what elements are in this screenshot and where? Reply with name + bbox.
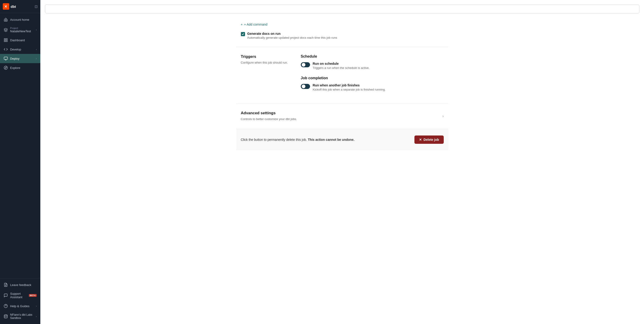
database-icon <box>4 314 8 318</box>
sidebar-item-develop[interactable]: Develop › <box>0 45 40 54</box>
run-on-schedule-row: Run on schedule Triggers a run when the … <box>301 62 444 70</box>
svg-marker-2 <box>4 28 8 30</box>
commands-section: + + Add command Generate docs on run Aut… <box>236 13 448 47</box>
advanced-settings-section: Advanced settings Controls to better cus… <box>236 104 448 129</box>
triggers-description: Configure when this job should run. <box>241 60 292 65</box>
svg-marker-11 <box>5 67 6 68</box>
project-name: NatalieNewTest <box>10 30 34 33</box>
chevron-right-icon: › <box>442 114 444 118</box>
toggle-track <box>301 62 310 67</box>
top-input-bar <box>40 0 644 13</box>
beta-badge: BETA <box>29 294 37 297</box>
help-circle-icon <box>4 304 8 308</box>
delete-job-button[interactable]: ✕ Delete job <box>414 136 444 144</box>
svg-point-14 <box>4 304 8 308</box>
home-icon <box>4 18 8 22</box>
run-when-job-finishes-text: Run when another job finishes Kickoff th… <box>313 84 386 91</box>
generate-docs-label: Generate docs on run <box>247 32 337 36</box>
triggers-content: Schedule Run on schedule Triggers a run … <box>301 54 444 96</box>
command-input[interactable] <box>45 4 640 13</box>
toggle-thumb <box>302 63 306 66</box>
layers-icon <box>4 28 8 32</box>
run-on-schedule-toggle[interactable] <box>301 62 310 67</box>
sidebar-item-nfiann-sandbox[interactable]: NFiann's dbt Labs Sandbox › <box>0 311 40 322</box>
dbt-logo-icon: ✕ <box>3 3 9 10</box>
advanced-settings-text: Advanced settings Controls to better cus… <box>241 111 297 122</box>
message-icon <box>4 293 8 298</box>
sidebar-item-dashboard[interactable]: Dashboard <box>0 36 40 45</box>
delete-section: Click the button to permanently delete t… <box>236 129 448 150</box>
sidebar-item-deploy[interactable]: Deploy › <box>0 54 40 63</box>
sidebar-item-label: Account home <box>10 18 37 22</box>
sidebar-item-help-guides[interactable]: Help & Guides › <box>0 302 40 311</box>
toggle-track-2 <box>301 84 310 89</box>
chevron-right-icon: › <box>36 315 37 318</box>
sidebar-item-explore[interactable]: Explore <box>0 63 40 72</box>
svg-rect-6 <box>6 40 8 42</box>
code-icon <box>4 47 8 52</box>
sidebar-item-support-assistant[interactable]: Support Assistant BETA <box>0 290 40 302</box>
triggers-label-col: Triggers Configure when this job should … <box>241 54 292 96</box>
run-on-schedule-desc: Triggers a run when the schedule is acti… <box>313 66 370 70</box>
chevron-right-icon: › <box>36 58 37 60</box>
advanced-settings-title: Advanced settings <box>241 111 297 116</box>
toggle-thumb-2 <box>302 84 306 88</box>
svg-point-10 <box>4 66 8 70</box>
sidebar-item-label: NFiann's dbt Labs Sandbox <box>10 313 34 320</box>
sidebar-nav: Account home Project NatalieNewTest › Da… <box>0 13 40 278</box>
generate-docs-row: Generate docs on run Automatically gener… <box>241 32 444 40</box>
delete-text: Click the button to permanently delete t… <box>241 138 354 142</box>
sidebar-item-account-home[interactable]: Account home <box>0 15 40 24</box>
sidebar-item-label: Develop <box>10 48 34 51</box>
svg-text:✕: ✕ <box>4 4 7 8</box>
plus-icon: + <box>241 22 243 26</box>
generate-docs-checkbox[interactable] <box>241 32 245 36</box>
delete-text-part1: Click the button to permanently delete t… <box>241 138 307 142</box>
sidebar: ✕ dbt ⊡ Account home Project NatalieNewT… <box>0 0 40 324</box>
triggers-inner: Triggers Configure when this job should … <box>241 54 444 96</box>
sidebar-item-project[interactable]: Project NatalieNewTest › <box>0 24 40 36</box>
svg-rect-3 <box>4 38 5 40</box>
sidebar-item-label: Explore <box>10 66 37 70</box>
svg-rect-4 <box>6 38 8 40</box>
sidebar-item-label: Deploy <box>10 57 34 60</box>
delete-text-bold: This action cannot be undone. <box>308 138 354 142</box>
advanced-settings-description: Controls to better customize your dbt jo… <box>241 117 297 122</box>
dbt-wordmark: dbt <box>10 4 16 8</box>
sidebar-item-label: Leave feedback <box>10 283 37 287</box>
sidebar-header: ✕ dbt ⊡ <box>0 0 40 13</box>
sidebar-item-label: Support Assistant <box>10 292 26 299</box>
chevron-right-icon: › <box>36 305 37 308</box>
schedule-title: Schedule <box>301 54 444 58</box>
svg-rect-5 <box>4 40 5 42</box>
deploy-icon <box>4 56 8 60</box>
file-text-icon <box>4 283 8 287</box>
project-sublabel: Project <box>10 27 34 30</box>
add-command-button[interactable]: + + Add command <box>241 21 444 28</box>
sidebar-bottom: Leave feedback Support Assistant BETA He… <box>0 278 40 324</box>
compass-icon <box>4 66 8 70</box>
chevron-right-icon: › <box>36 28 37 31</box>
sidebar-item-label: Dashboard <box>10 38 37 42</box>
dbt-logo: ✕ dbt <box>3 3 16 10</box>
run-on-schedule-label: Run on schedule <box>313 62 370 66</box>
job-completion-title: Job completion <box>301 76 444 80</box>
generate-docs-text: Generate docs on run Automatically gener… <box>247 32 337 40</box>
run-when-job-finishes-label: Run when another job finishes <box>313 84 386 87</box>
run-when-job-finishes-desc: Kickoff this job when a separate job is … <box>313 88 386 91</box>
advanced-settings-row[interactable]: Advanced settings Controls to better cus… <box>241 111 444 122</box>
chevron-right-icon: › <box>36 48 37 51</box>
run-when-job-finishes-row: Run when another job finishes Kickoff th… <box>301 84 444 91</box>
x-icon: ✕ <box>419 138 422 142</box>
run-when-job-finishes-toggle[interactable] <box>301 84 310 89</box>
svg-point-16 <box>4 315 8 316</box>
content-area: + + Add command Generate docs on run Aut… <box>232 13 453 150</box>
add-command-label: + Add command <box>244 22 268 26</box>
run-on-schedule-text: Run on schedule Triggers a run when the … <box>313 62 370 70</box>
delete-job-label: Delete job <box>424 138 439 142</box>
main-content: + + Add command Generate docs on run Aut… <box>40 0 644 324</box>
sidebar-item-leave-feedback[interactable]: Leave feedback <box>0 280 40 290</box>
triggers-title: Triggers <box>241 54 292 59</box>
sidebar-toggle-button[interactable]: ⊡ <box>34 4 38 9</box>
grid-icon <box>4 38 8 42</box>
